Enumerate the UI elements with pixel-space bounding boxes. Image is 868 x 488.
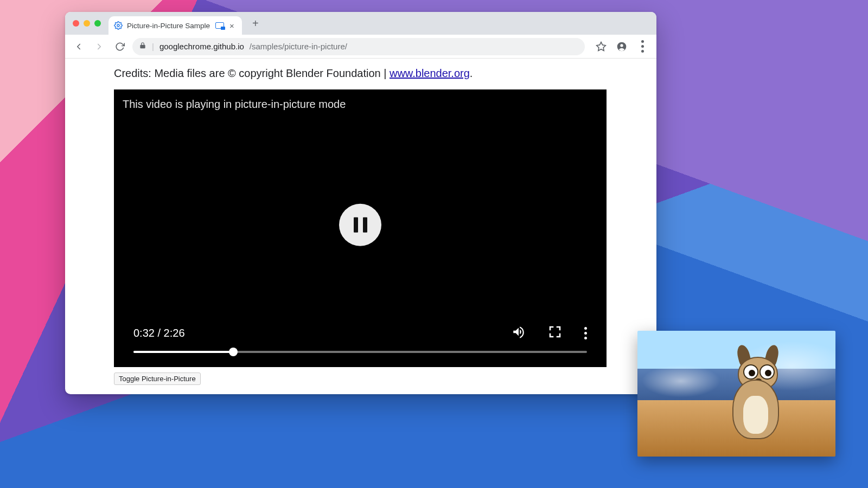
- page-content: Credits: Media files are © copyright Ble…: [65, 59, 656, 394]
- tab-close-button[interactable]: ×: [228, 21, 235, 30]
- credits-suffix: .: [470, 67, 473, 79]
- window-close-button[interactable]: [73, 20, 79, 27]
- credits-link[interactable]: www.blender.org: [390, 67, 470, 79]
- video-time-display: 0:32 / 2:26: [133, 327, 185, 339]
- browser-tab[interactable]: Picture-in-Picture Sample ×: [108, 16, 242, 35]
- toggle-pip-button[interactable]: Toggle Picture-in-Picture: [114, 373, 201, 385]
- forward-button[interactable]: [91, 38, 107, 55]
- pause-button[interactable]: [339, 204, 381, 246]
- browser-window: Picture-in-Picture Sample × + | google: [65, 12, 656, 394]
- pip-indicator-icon[interactable]: [215, 22, 224, 29]
- video-pip-overlay-message: This video is playing in picture-in-pict…: [123, 98, 346, 111]
- reload-button[interactable]: [112, 38, 128, 55]
- bookmark-star-button[interactable]: [592, 38, 610, 55]
- desktop-wallpaper: Picture-in-Picture Sample × + | google: [0, 0, 868, 488]
- window-minimize-button[interactable]: [84, 20, 90, 27]
- video-progress-thumb[interactable]: [229, 348, 238, 356]
- video-controls: 0:32 / 2:26: [114, 325, 607, 367]
- pause-icon: [354, 217, 367, 233]
- lock-icon: [139, 42, 146, 51]
- window-zoom-button[interactable]: [94, 20, 101, 27]
- tab-favicon-gear-icon: [114, 21, 123, 30]
- credits-line: Credits: Media files are © copyright Ble…: [114, 67, 656, 80]
- credits-prefix: Credits: Media files are © copyright Ble…: [114, 67, 390, 79]
- tab-strip: Picture-in-Picture Sample × +: [65, 12, 656, 35]
- video-player[interactable]: This video is playing in picture-in-pict…: [114, 89, 607, 367]
- video-progress-played: [133, 351, 233, 353]
- fullscreen-button[interactable]: [548, 325, 561, 341]
- volume-button[interactable]: [512, 325, 526, 341]
- video-menu-button[interactable]: [584, 327, 587, 339]
- svg-marker-1: [597, 42, 606, 50]
- svg-point-3: [620, 44, 623, 47]
- video-progress-bar[interactable]: [133, 351, 587, 353]
- address-separator: |: [152, 42, 154, 51]
- browser-menu-button[interactable]: [634, 38, 651, 55]
- address-host: googlechrome.github.io: [159, 42, 244, 51]
- toolbar-right: [592, 38, 651, 55]
- svg-point-0: [117, 24, 119, 27]
- back-button[interactable]: [71, 38, 87, 55]
- new-tab-button[interactable]: +: [247, 15, 264, 31]
- address-path: /samples/picture-in-picture/: [250, 42, 347, 51]
- browser-toolbar: | googlechrome.github.io/samples/picture…: [65, 35, 656, 59]
- window-controls: [71, 12, 104, 35]
- pip-video-frame: [716, 352, 797, 445]
- tab-title: Picture-in-Picture Sample: [127, 22, 210, 30]
- pip-floating-window[interactable]: [637, 331, 835, 457]
- address-bar[interactable]: | googlechrome.github.io/samples/picture…: [132, 38, 585, 55]
- profile-avatar-button[interactable]: [613, 38, 630, 55]
